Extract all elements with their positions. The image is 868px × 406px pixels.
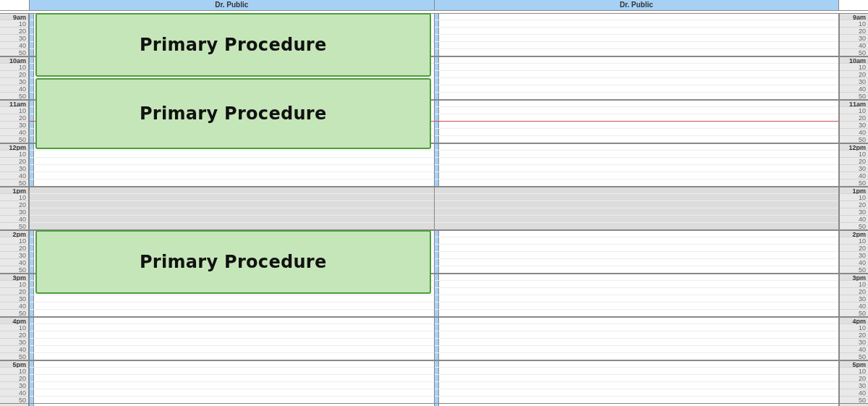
time-slot[interactable] [435,35,839,42]
minute-tick: 40 [0,129,28,136]
hour-label: 4pm [0,317,28,324]
time-slot[interactable] [435,368,839,375]
time-slot[interactable] [435,389,839,397]
time-slot[interactable] [435,143,839,151]
time-slot[interactable] [435,259,839,266]
time-slot[interactable] [435,71,839,78]
time-slot[interactable] [435,49,839,56]
time-slot[interactable] [435,346,839,353]
provider-column[interactable]: Primary ProcedurePrimary ProcedurePrimar… [29,13,435,407]
time-slot[interactable] [435,151,839,158]
hour-label: 11am [0,100,28,107]
time-slot[interactable] [435,165,839,172]
appointment-block[interactable]: Primary Procedure [35,78,431,149]
minute-tick: 30 [840,208,868,216]
appointment-block[interactable]: Primary Procedure [35,230,431,294]
time-slot[interactable] [435,194,839,201]
minute-tick: 10 [840,324,868,331]
time-slot[interactable] [30,368,434,375]
minute-tick: 40 [840,346,868,353]
time-slot[interactable] [435,303,839,310]
time-slot[interactable] [30,382,434,389]
time-slot[interactable] [30,346,434,353]
time-slot[interactable] [435,339,839,346]
time-slot[interactable] [435,230,839,237]
time-slot[interactable] [435,20,839,28]
time-slot[interactable] [435,317,839,324]
time-slot[interactable] [30,158,434,165]
time-slot[interactable] [435,172,839,179]
time-slot[interactable] [30,295,434,303]
time-slot[interactable] [435,85,839,93]
minute-tick: 20 [0,288,28,295]
time-slot[interactable] [30,216,434,223]
time-slot[interactable] [30,201,434,208]
provider-column[interactable] [435,13,840,407]
time-slot[interactable] [30,179,434,187]
minute-tick: 30 [840,382,868,389]
time-slot[interactable] [435,310,839,317]
time-slot[interactable] [435,274,839,281]
time-slot[interactable] [435,42,839,49]
provider-column-header[interactable]: Dr. Public [29,0,435,11]
time-slot[interactable] [435,375,839,382]
time-slot[interactable] [30,223,434,230]
right-time-axis: 9am102030405010am102030405011am102030405… [839,13,868,407]
time-slot[interactable] [435,281,839,288]
time-slot[interactable] [30,317,434,324]
time-slot[interactable] [435,382,839,389]
time-slot[interactable] [435,28,839,35]
time-slot[interactable] [30,389,434,397]
time-slot[interactable] [435,136,839,143]
time-slot[interactable] [30,331,434,339]
time-slot[interactable] [435,397,839,404]
time-slot[interactable] [435,13,839,20]
time-slot[interactable] [435,107,839,114]
time-slot[interactable] [435,353,839,360]
time-slot[interactable] [435,245,839,252]
time-slot[interactable] [435,223,839,230]
time-slot[interactable] [435,360,839,368]
hour-label: 12pm [840,143,868,151]
time-slot[interactable] [435,56,839,64]
time-slot[interactable] [435,64,839,71]
time-slot[interactable] [30,339,434,346]
time-slot[interactable] [30,397,434,404]
time-slot[interactable] [30,187,434,194]
time-slot[interactable] [30,375,434,382]
time-slot[interactable] [30,208,434,216]
time-slot[interactable] [435,288,839,295]
time-slot[interactable] [435,129,839,136]
time-slot[interactable] [435,93,839,100]
time-slot[interactable] [435,187,839,194]
time-slot[interactable] [30,151,434,158]
time-slot[interactable] [435,324,839,331]
time-slot[interactable] [435,208,839,216]
appointment-block[interactable]: Primary Procedure [35,13,431,77]
time-slot[interactable] [30,353,434,360]
time-slot[interactable] [435,100,839,107]
time-slot[interactable] [30,324,434,331]
minute-tick: 10 [840,237,868,245]
hour-label: 11am [840,100,868,107]
time-slot[interactable] [30,172,434,179]
time-slot[interactable] [435,78,839,85]
time-slot[interactable] [435,266,839,274]
time-slot[interactable] [435,252,839,259]
time-slot[interactable] [30,165,434,172]
time-slot[interactable] [435,237,839,245]
time-slot[interactable] [30,360,434,368]
time-slot[interactable] [435,122,839,129]
time-slot[interactable] [30,310,434,317]
time-slot[interactable] [30,194,434,201]
time-slot[interactable] [435,295,839,303]
time-slot[interactable] [435,114,839,122]
time-slot[interactable] [435,179,839,187]
time-slot[interactable] [30,303,434,310]
provider-column-header[interactable]: Dr. Public [435,0,840,11]
time-slot[interactable] [435,201,839,208]
time-slot[interactable] [435,158,839,165]
time-slot[interactable] [435,331,839,339]
time-slot[interactable] [435,216,839,223]
minute-tick: 40 [0,346,28,353]
